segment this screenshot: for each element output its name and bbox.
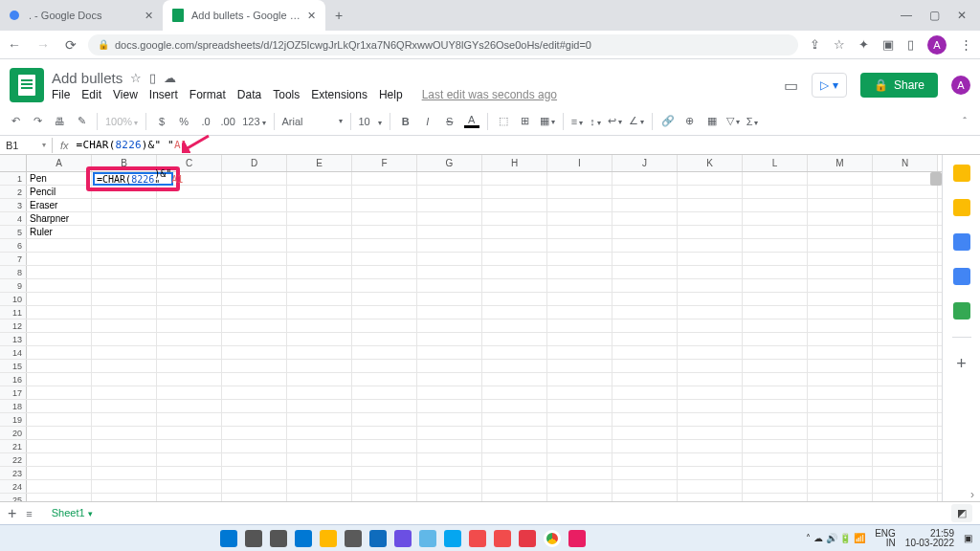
keep-icon[interactable]: [953, 199, 970, 216]
cell[interactable]: [27, 279, 92, 292]
cell[interactable]: [743, 333, 808, 345]
app2-icon[interactable]: [394, 530, 412, 547]
cell[interactable]: [547, 360, 612, 372]
cell[interactable]: [808, 306, 873, 319]
cell[interactable]: [808, 199, 873, 211]
bookmark-icon[interactable]: ☆: [834, 37, 845, 52]
cell[interactable]: [27, 467, 92, 479]
cell[interactable]: [287, 373, 352, 386]
cell[interactable]: [612, 400, 678, 412]
cell[interactable]: [287, 279, 352, 292]
cell[interactable]: [222, 440, 287, 452]
cell[interactable]: [222, 239, 287, 252]
cell[interactable]: [157, 239, 222, 252]
cell[interactable]: [92, 360, 157, 372]
cell[interactable]: [352, 266, 417, 278]
cell[interactable]: [92, 212, 157, 225]
cell[interactable]: [547, 226, 612, 238]
sheets-logo[interactable]: [10, 68, 44, 102]
present-button[interactable]: ▷ ▾: [812, 73, 847, 98]
cell[interactable]: [157, 266, 222, 278]
cell[interactable]: [808, 226, 873, 238]
cell[interactable]: [612, 320, 678, 332]
cell[interactable]: [222, 279, 287, 292]
contacts-icon[interactable]: [953, 268, 970, 285]
cell[interactable]: [157, 467, 222, 479]
cell[interactable]: [417, 427, 482, 439]
cell[interactable]: [612, 212, 678, 225]
cell[interactable]: [678, 212, 743, 225]
cell[interactable]: [92, 346, 157, 359]
cell[interactable]: [678, 306, 743, 319]
widgets-icon[interactable]: [295, 530, 312, 547]
cell[interactable]: Pen: [27, 172, 92, 185]
cell[interactable]: [678, 467, 743, 479]
cell[interactable]: [222, 360, 287, 372]
app4-icon[interactable]: [444, 530, 461, 547]
cell[interactable]: [547, 480, 612, 493]
cell[interactable]: [27, 306, 92, 319]
window-maximize-button[interactable]: ▢: [929, 9, 940, 22]
cell[interactable]: [743, 253, 808, 265]
chevron-down-icon[interactable]: ▾: [42, 141, 46, 149]
cell[interactable]: [352, 279, 417, 292]
cell[interactable]: [287, 427, 352, 439]
cell[interactable]: [352, 386, 417, 399]
fill-color-button[interactable]: ⬚: [496, 115, 511, 127]
cell[interactable]: [287, 293, 352, 305]
cell[interactable]: [92, 386, 157, 399]
cell[interactable]: [482, 293, 547, 305]
cell[interactable]: [612, 360, 678, 372]
cell[interactable]: [157, 293, 222, 305]
cell[interactable]: [547, 253, 612, 265]
borders-button[interactable]: ⊞: [518, 115, 533, 127]
cell[interactable]: [92, 427, 157, 439]
cell[interactable]: [287, 253, 352, 265]
cell[interactable]: Ruler: [27, 226, 92, 238]
media-icon[interactable]: ▣: [882, 37, 894, 52]
row-header[interactable]: 5: [0, 226, 27, 238]
cell[interactable]: [157, 306, 222, 319]
cell[interactable]: [27, 293, 92, 305]
browser-tab-sheets[interactable]: Add bullets - Google Sheets ✕: [163, 0, 325, 31]
cell[interactable]: [92, 306, 157, 319]
cell[interactable]: [873, 360, 938, 372]
cell[interactable]: [678, 279, 743, 292]
app7-icon[interactable]: [519, 530, 536, 547]
cell[interactable]: [612, 293, 678, 305]
cell[interactable]: [547, 427, 612, 439]
cell[interactable]: [612, 440, 678, 452]
cell[interactable]: [92, 453, 157, 466]
window-minimize-button[interactable]: —: [901, 9, 912, 22]
column-header[interactable]: A: [27, 155, 92, 171]
cell[interactable]: [678, 226, 743, 238]
cell[interactable]: [27, 386, 92, 399]
cell[interactable]: [352, 199, 417, 211]
row-header[interactable]: 19: [0, 413, 27, 426]
cell[interactable]: [287, 172, 352, 185]
chart-button[interactable]: ▦: [704, 115, 720, 127]
cell[interactable]: [222, 373, 287, 386]
app6-icon[interactable]: [494, 530, 511, 547]
cell[interactable]: [27, 427, 92, 439]
menu-data[interactable]: Data: [237, 88, 261, 101]
cell[interactable]: [222, 346, 287, 359]
cell[interactable]: [482, 346, 547, 359]
cell[interactable]: [417, 440, 482, 452]
wrap-button[interactable]: ↩▾: [608, 115, 622, 127]
cell[interactable]: [157, 480, 222, 493]
currency-button[interactable]: $: [154, 116, 169, 127]
cell[interactable]: [482, 199, 547, 211]
row-header[interactable]: 9: [0, 279, 27, 292]
cell[interactable]: [873, 386, 938, 399]
cell[interactable]: [482, 467, 547, 479]
cell[interactable]: [417, 320, 482, 332]
cell[interactable]: [352, 467, 417, 479]
cell[interactable]: [612, 373, 678, 386]
print-button[interactable]: 🖶: [52, 116, 67, 127]
cell[interactable]: [417, 360, 482, 372]
column-header[interactable]: K: [678, 155, 743, 171]
column-header[interactable]: N: [873, 155, 938, 171]
cell[interactable]: [482, 253, 547, 265]
cell[interactable]: [417, 373, 482, 386]
